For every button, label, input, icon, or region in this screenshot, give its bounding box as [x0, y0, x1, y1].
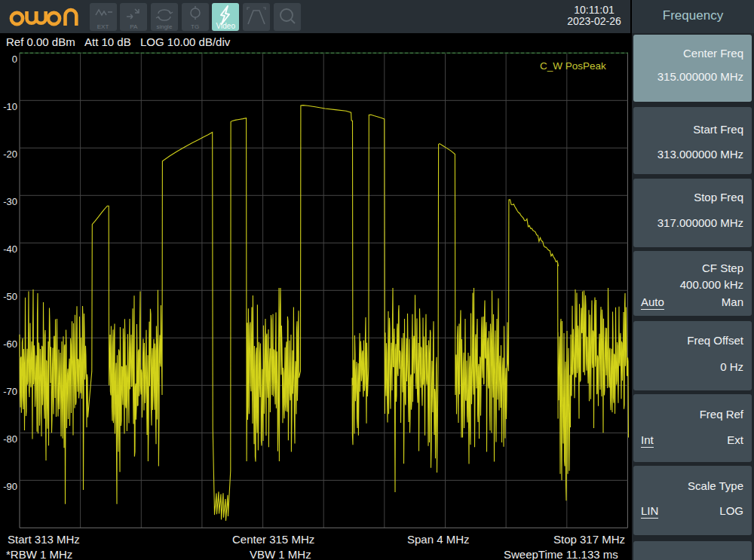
svg-text:-50: -50 [3, 291, 17, 302]
svg-text:-20: -20 [3, 148, 17, 160]
svg-text:0: 0 [12, 54, 17, 65]
svg-text:-90: -90 [3, 481, 17, 492]
svg-text:-80: -80 [3, 433, 17, 445]
svg-text:-10: -10 [3, 101, 17, 112]
svg-text:-40: -40 [3, 243, 17, 255]
svg-text:-60: -60 [3, 338, 17, 350]
svg-text:-70: -70 [3, 386, 17, 397]
svg-text:-30: -30 [3, 196, 17, 207]
